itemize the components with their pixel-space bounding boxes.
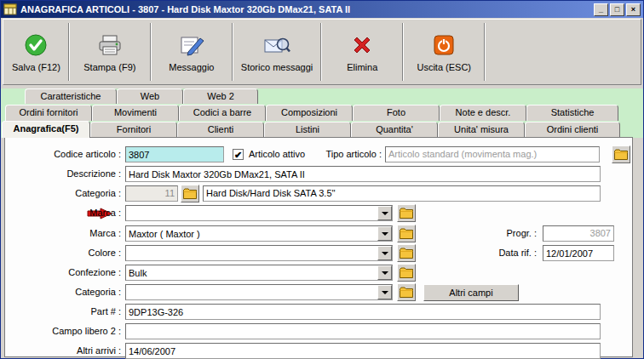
altri-arrivi-input[interactable]: [125, 343, 601, 359]
save-check-icon: [22, 32, 49, 58]
messaggio-button[interactable]: Messaggio: [152, 21, 231, 83]
part-number-input[interactable]: [125, 304, 601, 320]
folder-icon: [614, 149, 628, 160]
tab-fornitori[interactable]: Fornitori: [90, 122, 177, 138]
codice-articolo-label: Codice articolo :: [7, 149, 121, 159]
descrizione-input[interactable]: [125, 166, 601, 182]
check-icon: ✔: [234, 151, 242, 159]
message-pencil-icon: [178, 32, 205, 58]
messaggio-button-label: Messaggio: [169, 62, 214, 72]
categoria2-label: Categoria :: [7, 287, 121, 297]
tab-web[interactable]: Web: [117, 88, 183, 104]
tab-statistiche[interactable]: Statistiche: [526, 105, 618, 121]
colore-combo[interactable]: [125, 245, 393, 261]
tab-row-1: Caratteristiche Web Web 2: [1, 88, 643, 104]
marca-dropdown-button[interactable]: [377, 226, 392, 241]
marca-vuota-folder-button[interactable]: [397, 204, 416, 222]
folder-icon: [400, 208, 413, 219]
stampa-button[interactable]: Stampa (F9): [71, 21, 149, 83]
articolo-attivo-checkbox[interactable]: ✔: [233, 149, 244, 160]
folder-icon: [400, 228, 413, 239]
tab-listini[interactable]: Listini: [264, 122, 351, 138]
storico-messaggi-button-label: Storico messaggi: [241, 62, 313, 72]
toolbar-separator: [232, 23, 233, 81]
campo-libero-2-label: Campo libero 2 :: [7, 326, 121, 336]
elimina-button[interactable]: Elimina: [323, 21, 401, 83]
colore-label: Colore :: [7, 248, 121, 258]
chevron-down-icon: [382, 271, 388, 275]
part-label: Part # :: [7, 306, 121, 316]
tab-quantita[interactable]: Quantita': [351, 122, 438, 138]
message-history-search-icon: [263, 32, 290, 58]
categoria-code-field: 11: [125, 185, 178, 202]
form-row-confezione: Confezione : Bulk: [5, 265, 632, 282]
marca-vuota-dropdown-button[interactable]: [377, 206, 392, 220]
window-controls: _ □ ×: [594, 3, 641, 16]
elimina-button-label: Elimina: [347, 62, 377, 72]
toolbar-separator: [402, 23, 404, 81]
uscita-button-label: Uscita (ESC): [417, 62, 471, 72]
altri-campi-button[interactable]: Altri campi: [423, 284, 519, 301]
tipo-articolo-field: Articolo standard (movimenta mag.): [385, 146, 600, 162]
marca-combo-value: Maxtor ( Maxtor ): [129, 227, 377, 241]
codice-articolo-input[interactable]: [125, 146, 224, 162]
form-row-categoria2: Categoria : Altri campi: [5, 284, 632, 301]
marca-vuota-combo[interactable]: [125, 205, 393, 221]
tab-movimenti[interactable]: Movimenti: [92, 105, 179, 121]
tab-strip: Caratteristiche Web Web 2 Ordini fornito…: [1, 88, 643, 138]
campo-libero-2-input[interactable]: [125, 323, 601, 339]
categoria2-folder-button[interactable]: [397, 283, 416, 301]
tab-clienti[interactable]: Clienti: [177, 122, 264, 138]
tab-foto[interactable]: Foto: [353, 105, 440, 121]
close-button[interactable]: ×: [626, 3, 641, 16]
salva-button[interactable]: Salva (F12): [5, 21, 67, 83]
chevron-down-icon: [382, 212, 388, 215]
tab-unita-misura[interactable]: Unita' misura: [438, 122, 525, 138]
form-row-part: Part # :: [5, 304, 632, 321]
minimize-button[interactable]: _: [594, 3, 608, 16]
form-row-categoria: Categoria : 11 Hard Disk/Hard Disk SATA …: [5, 185, 632, 202]
salva-button-label: Salva (F12): [12, 62, 60, 72]
tab-composizioni[interactable]: Composizioni: [266, 105, 353, 121]
data-rif-label: Data rif. :: [462, 248, 537, 258]
data-rif-input[interactable]: [543, 245, 614, 261]
uscita-button[interactable]: Uscita (ESC): [405, 21, 483, 83]
tab-caratteristiche[interactable]: Caratteristiche: [25, 88, 117, 104]
maximize-button[interactable]: □: [610, 3, 624, 16]
form-row-marca: Marca : Maxtor ( Maxtor ) Progr. : 3807: [5, 225, 632, 242]
marca-combo[interactable]: Maxtor ( Maxtor ): [125, 225, 393, 242]
tab-note-e-descr[interactable]: Note e descr.: [440, 105, 526, 121]
tab-ordini-fornitori[interactable]: Ordini fornitori: [5, 105, 92, 121]
app-icon: [3, 3, 17, 16]
titlebar: ANAGRAFICA ARTICOLI - 3807 - Hard Disk M…: [1, 1, 643, 18]
folder-icon: [400, 267, 413, 278]
categoria2-dropdown-button[interactable]: [377, 285, 392, 299]
progr-field: 3807: [543, 225, 614, 242]
confezione-combo[interactable]: Bulk: [125, 265, 393, 281]
categoria-folder-button[interactable]: [181, 185, 199, 202]
confezione-dropdown-button[interactable]: [377, 265, 392, 280]
tab-row-3: Anagrafica(F5) Fornitori Clienti Listini…: [1, 121, 643, 138]
anagrafica-form-panel: Codice articolo : ✔ Articolo attivo Tipo…: [4, 137, 633, 357]
confezione-folder-button[interactable]: [397, 264, 416, 282]
form-row-campo-libero-2: Campo libero 2 :: [5, 323, 632, 340]
storico-messaggi-button[interactable]: Storico messaggi: [234, 21, 319, 83]
colore-dropdown-button[interactable]: [377, 246, 392, 260]
tipo-articolo-folder-button[interactable]: [612, 145, 630, 163]
categoria2-combo[interactable]: [125, 284, 393, 300]
tab-ordini-clienti[interactable]: Ordini clienti: [525, 122, 620, 138]
stampa-button-label: Stampa (F9): [83, 62, 135, 72]
tab-anagrafica-f5[interactable]: Anagrafica(F5): [2, 121, 90, 138]
tab-web2[interactable]: Web 2: [183, 88, 258, 104]
colore-folder-button[interactable]: [397, 244, 416, 262]
delete-x-icon: [348, 32, 376, 58]
marca-label: Marca :: [7, 228, 121, 238]
marca-folder-button[interactable]: [397, 225, 416, 242]
tab-codici-a-barre[interactable]: Codici a barre: [179, 105, 266, 121]
tab-row-2: Ordini fornitori Movimenti Codici a barr…: [1, 104, 643, 121]
marca-vuota-label: Marca :: [7, 208, 121, 218]
categoria-desc-field: Hard Disk/Hard Disk SATA 3.5'': [203, 185, 601, 202]
window-title: ANAGRAFICA ARTICOLI - 3807 - Hard Disk M…: [20, 4, 594, 14]
descrizione-label: Descrizione :: [7, 168, 121, 179]
form-row-altri-arrivi: Altri arrivi :: [5, 343, 632, 359]
